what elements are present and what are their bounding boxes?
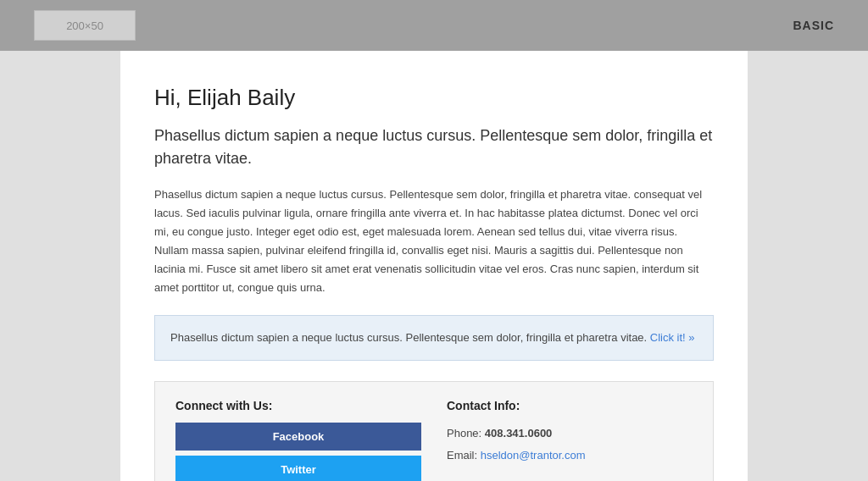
main-content: Hi, Elijah Baily Phasellus dictum sapien…	[120, 51, 748, 481]
phone-label: Phone:	[447, 427, 481, 440]
contact-info: Phone: 408.341.0600 Email: hseldon@trant…	[447, 423, 693, 467]
connect-section: Connect with Us: Facebook Twitter Google…	[175, 399, 421, 481]
contact-title: Contact Info:	[447, 399, 693, 412]
facebook-button[interactable]: Facebook	[175, 423, 421, 451]
phone-number: 408.341.0600	[485, 427, 553, 440]
twitter-button[interactable]: Twitter	[175, 456, 421, 481]
email-link[interactable]: hseldon@trantor.com	[481, 449, 586, 462]
header-logo: 200×50	[34, 10, 136, 41]
email-label: Email:	[447, 449, 477, 462]
subtitle-text: Phasellus dictum sapien a neque luctus c…	[154, 124, 714, 170]
header-plan: BASIC	[793, 19, 834, 32]
email-row: Email: hseldon@trantor.com	[447, 445, 693, 467]
greeting-heading: Hi, Elijah Baily	[154, 85, 714, 111]
header: 200×50 BASIC	[0, 0, 868, 51]
logo-text: 200×50	[66, 19, 103, 32]
connect-title: Connect with Us:	[175, 399, 421, 412]
phone-row: Phone: 408.341.0600	[447, 423, 693, 445]
callout-text: Phasellus dictum sapien a neque luctus c…	[170, 331, 647, 344]
contact-section: Contact Info: Phone: 408.341.0600 Email:…	[447, 399, 693, 481]
callout-link[interactable]: Click it! »	[650, 331, 695, 344]
callout-box: Phasellus dictum sapien a neque luctus c…	[154, 315, 714, 362]
body-text: Phasellus dictum sapien a neque luctus c…	[154, 185, 714, 298]
connect-contact-section: Connect with Us: Facebook Twitter Google…	[154, 381, 714, 481]
